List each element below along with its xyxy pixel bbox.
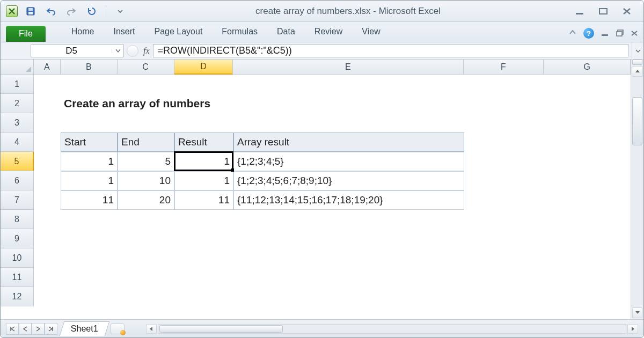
redo-icon[interactable] — [64, 4, 79, 18]
sheet-tab-active[interactable]: Sheet1 — [60, 321, 109, 336]
cell-result-7[interactable]: 11 — [174, 190, 233, 210]
row-header-8[interactable]: 8 — [1, 210, 34, 229]
cell-start-5[interactable]: 1 — [61, 152, 118, 171]
hscroll-track[interactable] — [158, 324, 626, 334]
cell-result-5[interactable]: 1 — [174, 152, 233, 171]
column-header-F[interactable]: F — [464, 60, 544, 75]
name-box-value[interactable]: D5 — [31, 45, 112, 57]
repeat-icon[interactable] — [84, 4, 99, 18]
row-header-5[interactable]: 5 — [1, 152, 34, 171]
hscroll-thumb[interactable] — [159, 325, 283, 333]
column-header-D[interactable]: D — [174, 60, 233, 75]
sheet-nav-first[interactable] — [6, 323, 19, 335]
column-headers: ABCDEFG — [34, 60, 631, 75]
column-header-E[interactable]: E — [233, 60, 463, 75]
tab-file[interactable]: File — [6, 26, 46, 42]
new-sheet-button[interactable] — [111, 324, 125, 334]
select-all-corner[interactable] — [1, 60, 34, 75]
scroll-left-button[interactable] — [146, 324, 157, 334]
row-header-7[interactable]: 7 — [1, 190, 34, 210]
ribbon-collapse-icon[interactable] — [568, 29, 577, 38]
row-header-12[interactable]: 12 — [1, 287, 34, 306]
row-header-6[interactable]: 6 — [1, 171, 34, 190]
svg-rect-8 — [617, 32, 622, 36]
excel-logo-icon[interactable] — [6, 5, 18, 17]
formula-bar-expand-icon[interactable] — [632, 42, 643, 59]
row-header-10[interactable]: 10 — [1, 248, 34, 268]
cell-header-start[interactable]: Start — [61, 133, 118, 152]
column-header-C[interactable]: C — [118, 60, 174, 75]
sheet-tab-bar: Sheet1 — [1, 319, 643, 337]
formula-bar: D5 fx =ROW(INDIRECT(B5&":"&C5)) — [1, 42, 643, 60]
tab-page-layout[interactable]: Page Layout — [144, 23, 212, 42]
svg-rect-6 — [602, 34, 608, 36]
fx-label[interactable]: fx — [142, 42, 153, 59]
maximize-button[interactable] — [595, 5, 611, 17]
formula-input[interactable]: =ROW(INDIRECT(B5&":"&C5)) — [153, 44, 628, 57]
insert-function-button[interactable] — [127, 45, 138, 57]
sheet-nav-prev[interactable] — [19, 323, 32, 335]
name-box[interactable]: D5 — [31, 44, 124, 57]
tab-view[interactable]: View — [352, 23, 390, 42]
qat-separator — [106, 5, 106, 17]
cell-end-7[interactable]: 20 — [118, 190, 174, 210]
svg-point-5 — [572, 30, 573, 31]
name-box-dropdown-icon[interactable] — [112, 49, 123, 53]
window-title: create array of numbers.xlsx - Microsoft… — [133, 6, 563, 17]
cell-array-5[interactable]: {1;2;3;4;5} — [233, 152, 464, 171]
vertical-scrollbar[interactable] — [631, 60, 643, 319]
undo-icon[interactable] — [43, 4, 58, 18]
row-header-1[interactable]: 1 — [1, 75, 34, 94]
sheet-nav-last[interactable] — [45, 323, 57, 335]
quick-access-toolbar — [1, 4, 133, 18]
row-header-2[interactable]: 2 — [1, 94, 34, 113]
cell-title[interactable]: Create an array of numbers — [61, 94, 464, 113]
row-header-4[interactable]: 4 — [1, 133, 34, 152]
cell-header-array[interactable]: Array result — [233, 133, 464, 152]
horizontal-scrollbar[interactable] — [146, 324, 638, 334]
column-header-B[interactable]: B — [61, 60, 118, 75]
vscroll-track[interactable] — [632, 71, 642, 307]
tab-insert[interactable]: Insert — [104, 23, 144, 42]
tab-home[interactable]: Home — [62, 23, 104, 42]
excel-window: create array of numbers.xlsx - Microsoft… — [0, 0, 644, 338]
tab-data[interactable]: Data — [267, 23, 305, 42]
cell-start-7[interactable]: 11 — [61, 190, 118, 210]
formula-text: =ROW(INDIRECT(B5&":"&C5)) — [158, 45, 292, 56]
cell-array-6[interactable]: {1;2;3;4;5;6;7;8;9;10} — [233, 171, 464, 190]
sheet-tab-label: Sheet1 — [71, 324, 98, 334]
window-controls — [563, 5, 643, 17]
cells-area[interactable]: Create an array of numbersStartEndResult… — [34, 75, 631, 319]
cell-start-6[interactable]: 1 — [61, 171, 118, 190]
worksheet-grid[interactable]: ABCDEFG 123456789101112 Create an array … — [1, 60, 643, 319]
sheet-nav-next[interactable] — [32, 323, 45, 335]
scroll-down-button[interactable] — [632, 307, 642, 318]
row-header-9[interactable]: 9 — [1, 229, 34, 248]
workbook-close-icon[interactable] — [631, 29, 638, 38]
scroll-right-button[interactable] — [627, 324, 638, 334]
cell-array-7[interactable]: {11;12;13;14;15;16;17;18;19;20} — [233, 190, 464, 210]
cell-header-end[interactable]: End — [118, 133, 174, 152]
cell-result-6[interactable]: 1 — [174, 171, 233, 190]
cell-header-result[interactable]: Result — [174, 133, 233, 152]
help-icon[interactable]: ? — [583, 28, 594, 39]
tab-review[interactable]: Review — [305, 23, 352, 42]
qat-customize-icon[interactable] — [113, 4, 128, 18]
row-header-11[interactable]: 11 — [1, 268, 34, 287]
split-handle[interactable] — [632, 60, 642, 65]
cell-end-5[interactable]: 5 — [118, 152, 174, 171]
cell-end-6[interactable]: 10 — [118, 171, 174, 190]
column-header-A[interactable]: A — [34, 60, 61, 75]
ribbon-tabs: File Home Insert Page Layout Formulas Da… — [1, 22, 643, 42]
tab-formulas[interactable]: Formulas — [212, 23, 267, 42]
workbook-minimize-icon[interactable] — [601, 29, 609, 38]
minimize-button[interactable] — [572, 5, 588, 17]
svg-rect-1 — [28, 8, 33, 11]
close-button[interactable] — [619, 5, 635, 17]
sheet-nav-buttons — [1, 323, 57, 335]
row-header-3[interactable]: 3 — [1, 113, 34, 133]
save-icon[interactable] — [23, 4, 38, 18]
column-header-G[interactable]: G — [544, 60, 631, 75]
workbook-restore-icon[interactable] — [616, 29, 624, 38]
vscroll-thumb[interactable] — [632, 97, 642, 145]
